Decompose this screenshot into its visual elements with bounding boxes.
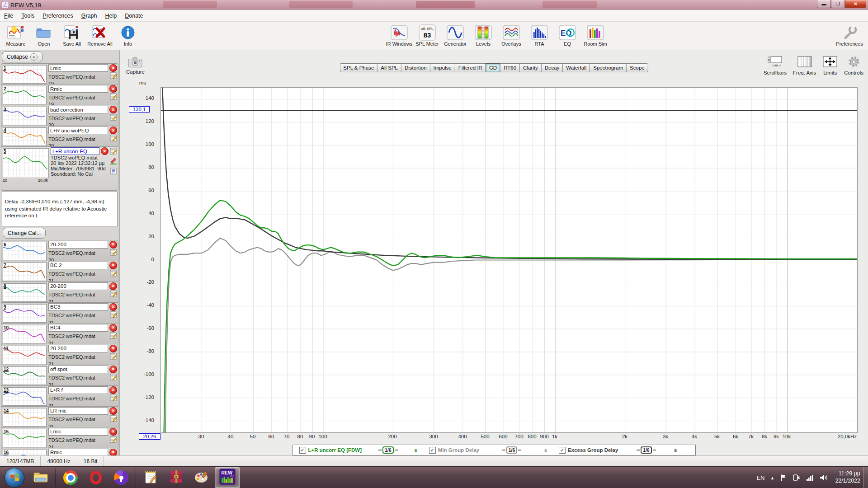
tool-ir-windows[interactable]: IR Windows <box>385 23 413 47</box>
notes-icon[interactable] <box>110 249 117 258</box>
delete-measurement-icon[interactable]: ✕ <box>109 241 117 249</box>
notes-icon[interactable] <box>110 72 117 81</box>
tool-room-sim[interactable]: Room Sim <box>581 23 609 47</box>
taskbar-app-secure-browser[interactable] <box>109 468 133 488</box>
notes-icon[interactable] <box>110 135 117 143</box>
tool-generator[interactable]: Generator <box>441 23 469 47</box>
notes-icon[interactable] <box>110 332 117 341</box>
volume-icon[interactable] <box>819 474 828 481</box>
delete-measurement-icon[interactable]: ✕ <box>109 64 117 72</box>
tool-preferences[interactable]: Preferences <box>835 23 863 47</box>
power-plug-icon[interactable] <box>793 474 801 481</box>
delete-measurement-icon[interactable]: ✕ <box>109 407 117 415</box>
notes-icon[interactable] <box>110 270 117 278</box>
tab-all-spl[interactable]: All SPL <box>377 63 401 72</box>
taskbar-clock[interactable]: 11:29 μμ 22/1/2022 <box>835 470 860 484</box>
close-button[interactable]: ✕ <box>845 0 866 8</box>
measurement-name-input[interactable] <box>48 303 108 311</box>
measurement-name-input[interactable] <box>48 386 108 394</box>
taskbar-app-chrome[interactable] <box>58 468 83 488</box>
menu-file[interactable]: File <box>0 13 17 19</box>
measurement-name-input[interactable] <box>48 262 108 269</box>
measurement-name-input[interactable] <box>48 449 108 455</box>
measurement-thumbnail[interactable]: 10 <box>3 325 47 343</box>
delete-measurement-icon[interactable]: ✕ <box>109 262 117 269</box>
measurement-card[interactable]: 6 ✕ TDSC2 woPEQ.mdat 20 <box>1 240 118 261</box>
language-indicator[interactable]: EN <box>756 474 764 481</box>
notes-icon[interactable] <box>110 311 117 320</box>
measurement-thumbnail[interactable]: 15 <box>3 429 47 447</box>
measurement-thumbnail[interactable]: 1 <box>3 65 47 84</box>
delete-measurement-icon[interactable]: ✕ <box>109 324 117 332</box>
measurement-name-input[interactable] <box>48 85 108 93</box>
measurement-thumbnail[interactable]: 3 <box>3 107 47 125</box>
scrollbars-button[interactable]: Scrollbars <box>764 56 787 75</box>
collapse-button[interactable]: Collapse« <box>2 52 42 62</box>
action-center-flag-icon[interactable] <box>780 474 787 481</box>
measurement-card[interactable]: 11 ✕ TDSC2 woPEQ.mdat 21 <box>1 344 118 365</box>
tool-open[interactable]: Open <box>30 23 58 47</box>
capture-button[interactable]: Capture <box>126 56 145 75</box>
taskbar-app-rew[interactable]: REWV5.1 <box>215 467 240 488</box>
tool-measure[interactable]: Measure <box>2 23 30 47</box>
menu-donate[interactable]: Donate <box>121 13 147 19</box>
tab-clarity[interactable]: Clarity <box>519 63 541 72</box>
tab-spl-phase[interactable]: SPL & Phase <box>340 63 377 72</box>
fdw-width-control[interactable]: 1/6 <box>502 446 522 454</box>
tool-save-all[interactable]: Save All <box>58 23 86 47</box>
freq-axis-button[interactable]: Freq. Axis <box>793 56 816 75</box>
legend-checkbox[interactable]: ✓ <box>429 447 436 454</box>
measurement-thumbnail[interactable]: 8 <box>3 283 47 302</box>
measurement-name-input[interactable] <box>48 106 108 113</box>
menu-preferences[interactable]: Preferences <box>38 13 77 19</box>
notes-icon[interactable] <box>110 374 117 382</box>
measurement-thumbnail[interactable]: 9 <box>3 304 47 323</box>
measurement-thumbnail[interactable]: 13 <box>3 387 47 406</box>
tool-info[interactable]: Info <box>114 23 142 47</box>
menu-tools[interactable]: Tools <box>17 13 38 19</box>
measurement-name-input[interactable] <box>48 241 108 249</box>
taskbar-app-explorer[interactable] <box>28 468 53 488</box>
measurement-name-input[interactable] <box>48 127 108 134</box>
notes-icon[interactable] <box>110 148 117 156</box>
delete-measurement-icon[interactable]: ✕ <box>109 85 117 93</box>
fdw-width-control[interactable]: 1/6 <box>637 446 656 454</box>
start-button[interactable] <box>5 468 24 488</box>
tab-distortion[interactable]: Distortion <box>401 63 430 72</box>
limits-button[interactable]: Limits <box>822 56 838 75</box>
notes-icon[interactable] <box>110 291 117 299</box>
tab-impulse[interactable]: Impulse <box>430 63 455 72</box>
tab-waterfall[interactable]: Waterfall <box>562 63 590 72</box>
legend-checkbox[interactable]: ✓ <box>559 447 566 454</box>
delete-measurement-icon[interactable]: ✕ <box>101 147 108 155</box>
measurement-name-input[interactable] <box>48 407 108 415</box>
delete-measurement-icon[interactable]: ✕ <box>109 386 117 394</box>
measurement-card[interactable]: 13 ✕ TDSC2 woPEQ.mdat 21 <box>1 385 118 407</box>
measurement-card[interactable]: 15 ✕ TDSC2 woPEQ.mdat 21 <box>1 427 118 448</box>
measurement-card[interactable]: 8 ✕ TDSC2 woPEQ.mdat 21 <box>1 282 118 303</box>
measurement-card[interactable]: 4 ✕ TDSC2 woPEQ.mdat 20 <box>1 126 118 147</box>
measurement-thumbnail[interactable]: 2 <box>3 86 47 104</box>
measurement-name-input[interactable] <box>48 324 108 332</box>
tab-gd[interactable]: GD <box>486 63 500 72</box>
measurement-card[interactable]: 10 ✕ TDSC2 woPEQ.mdat 21 <box>1 323 118 344</box>
measurement-card[interactable]: 12 ✕ TDSC2 woPEQ.mdat 21 <box>1 365 118 386</box>
measurement-name-input[interactable] <box>51 147 99 155</box>
measurement-thumbnail[interactable]: 16 <box>3 450 47 455</box>
delete-measurement-icon[interactable]: ✕ <box>109 127 117 134</box>
measurement-name-input[interactable] <box>48 345 108 352</box>
measurement-card[interactable]: 3 ✕ TDSC2 woPEQ.mdat 20 <box>1 105 118 126</box>
notes-icon[interactable] <box>110 353 117 361</box>
tool-remove-all[interactable]: Remove All <box>86 23 114 47</box>
measurement-card[interactable]: 16 ✕ TDSC2 woPEQ.mdat 21 Ιαν 2022 2:06:1… <box>1 448 118 455</box>
taskbar-app-winrar[interactable] <box>164 468 189 488</box>
tool-overlays[interactable]: Overlays <box>497 23 525 47</box>
network-signal-icon[interactable] <box>806 474 814 481</box>
measurement-name-input[interactable] <box>48 64 108 72</box>
delete-measurement-icon[interactable]: ✕ <box>109 282 117 290</box>
tool-levels[interactable]: 0369Levels <box>469 23 497 47</box>
notes-icon[interactable] <box>110 93 117 102</box>
measurement-card[interactable]: 14 ✕ TDSC2 woPEQ.mdat 21 <box>1 406 118 427</box>
title-bar[interactable]: REW V5,19 ▬ ❐ ✕ <box>0 0 868 10</box>
delete-measurement-icon[interactable]: ✕ <box>109 428 117 436</box>
